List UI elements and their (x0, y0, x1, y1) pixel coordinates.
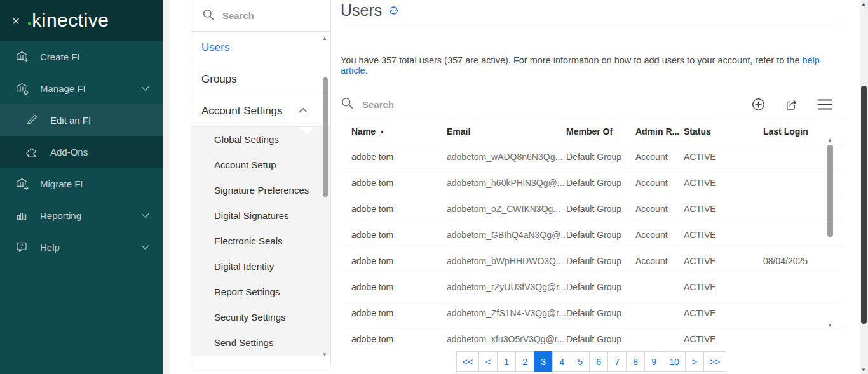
column-header-status[interactable]: Status (684, 126, 763, 137)
page-button-9[interactable]: 9 (644, 351, 663, 372)
sidebar-item-create-fi[interactable]: Create FI (0, 41, 163, 72)
last-page-button[interactable]: >> (703, 351, 726, 372)
page-scrollbar-thumb[interactable] (861, 86, 867, 324)
cell-status: ACTIVE (684, 282, 763, 292)
sidebar-item-edit-an-fi[interactable]: Edit an FI (0, 104, 163, 136)
nav-subitem-send-settings[interactable]: Send Settings (191, 330, 330, 356)
page-button-4[interactable]: 4 (552, 351, 571, 372)
sidebar-item-manage-fi[interactable]: Manage FI (0, 72, 163, 104)
cell-status: ACTIVE (684, 178, 763, 188)
nav-subitem-digital-signatures[interactable]: Digital Signatures (191, 203, 330, 229)
cell-status: ACTIVE (684, 230, 763, 240)
nav-panel-list: UsersGroupsAccount Settings (191, 32, 330, 127)
table-search-input[interactable] (362, 99, 751, 110)
cell-name: adobe tom (351, 178, 447, 188)
table-row[interactable]: adobe tomadobetom_wADQ8n6N3Qg...Default … (341, 144, 843, 170)
page-button-8[interactable]: 8 (626, 351, 645, 372)
page-button-2[interactable]: 2 (515, 351, 534, 372)
logo-text: kinective (32, 10, 109, 30)
cell-name: adobe tom (351, 152, 447, 162)
table-header: Name▲EmailMember OfAdmin R...StatusLast … (341, 119, 843, 144)
first-page-button[interactable]: << (456, 351, 479, 372)
panel-search-input[interactable] (222, 10, 305, 21)
table-scrollbar-thumb[interactable] (827, 145, 833, 237)
page-button-3[interactable]: 3 (534, 351, 553, 372)
sidebar-item-label: Add-Ons (50, 147, 88, 157)
cell-status: ACTIVE (684, 308, 763, 318)
panel-scrollbar-thumb[interactable] (323, 77, 328, 197)
close-icon[interactable]: × (12, 14, 20, 27)
cell-member-of: Default Group (566, 308, 635, 318)
pencil-icon (24, 112, 39, 128)
table-row[interactable]: adobe tomadobetom_oZ_CWIKN3Qg...Default … (341, 196, 843, 222)
page-button-10[interactable]: 10 (663, 351, 686, 372)
sidebar-item-reporting[interactable]: Reporting (0, 199, 163, 231)
nav-subitem-report-settings[interactable]: Report Settings (191, 279, 330, 305)
bank-plus-icon (14, 49, 29, 64)
column-header-label: Last Login (763, 126, 808, 137)
help-bubble-icon: ? (14, 239, 29, 255)
refresh-icon[interactable] (388, 5, 399, 16)
table-row[interactable]: adobe tomadobetom_GBIhQ4aN3Qg@...Default… (341, 222, 843, 248)
prev-page-button[interactable]: < (478, 351, 498, 372)
nav-item-account-settings[interactable]: Account Settings (191, 95, 330, 127)
table-scroll-up-arrow[interactable]: ▲ (827, 137, 832, 143)
cell-member-of: Default Group (566, 178, 635, 188)
column-header-label: Status (684, 126, 711, 137)
table-scroll-down-arrow[interactable]: ▼ (827, 323, 832, 328)
page-button-7[interactable]: 7 (607, 351, 627, 372)
table-row[interactable]: adobe tomadobetom_ZfS1N4-V3Qg@r...Defaul… (341, 300, 843, 326)
table-row[interactable]: adobe tomadobetom_h60kPHiN3Qg@...Default… (341, 170, 843, 196)
sidebar: × kinective Create FIManage FIEdit an FI… (0, 0, 163, 374)
nav-subitem-electronic-seals[interactable]: Electronic Seals (191, 229, 330, 254)
puzzle-icon (24, 144, 39, 159)
chevron-down-icon (141, 213, 149, 218)
nav-subitem-account-setup[interactable]: Account Setup (191, 152, 330, 178)
cell-member-of: Default Group (566, 256, 635, 266)
nav-subitem-signature-preferences[interactable]: Signature Preferences (191, 178, 330, 203)
column-header-label: Email (447, 126, 470, 137)
table-row[interactable]: adobe tomadobetom_xfu3O5rV3Qg@r...Defaul… (341, 326, 843, 344)
cell-admin-roles: Account (635, 230, 684, 240)
cell-last-login: 08/04/2025 (763, 256, 843, 266)
column-header-admin-r[interactable]: Admin R... (635, 126, 684, 137)
nav-item-label: Groups (201, 73, 237, 86)
middle-scrollbar-track[interactable] (163, 0, 170, 374)
submenu-notch (299, 127, 315, 135)
sidebar-item-add-ons[interactable]: Add-Ons (0, 136, 163, 168)
nav-item-label: Account Settings (201, 105, 283, 117)
page-button-5[interactable]: 5 (571, 351, 590, 372)
column-header-name[interactable]: Name▲ (351, 126, 447, 137)
page-button-6[interactable]: 6 (589, 351, 608, 372)
nav-item-users[interactable]: Users (191, 32, 330, 63)
sidebar-item-label: Migrate FI (40, 178, 83, 189)
nav-subitem-security-settings[interactable]: Security Settings (191, 305, 330, 330)
add-user-button[interactable] (751, 97, 766, 112)
page-scrollbar-track[interactable]: ▲ ▼ (860, 0, 868, 374)
settings-nav-panel: UsersGroupsAccount Settings Global Setti… (191, 0, 331, 366)
page-scroll-down-arrow[interactable]: ▼ (861, 367, 866, 373)
sidebar-item-migrate-fi[interactable]: Migrate FI (0, 168, 163, 199)
menu-icon[interactable] (817, 99, 832, 110)
column-header-email[interactable]: Email (447, 126, 566, 137)
panel-scroll-up-arrow[interactable]: ▲ (322, 36, 327, 41)
panel-scroll-down-arrow[interactable]: ▼ (322, 352, 327, 357)
page-button-1[interactable]: 1 (497, 351, 516, 372)
kinective-logo: kinective (28, 10, 109, 31)
nav-subitem-digital-identity[interactable]: Digital Identity (191, 254, 330, 279)
column-header-member-of[interactable]: Member Of (566, 126, 635, 137)
table-row[interactable]: adobe tomadobetom_rZyUU3fV3Qg@r...Defaul… (341, 274, 843, 300)
nav-item-groups[interactable]: Groups (191, 63, 330, 95)
page-title: Users (341, 1, 382, 20)
cell-admin-roles: Account (635, 152, 684, 162)
export-icon[interactable] (784, 97, 799, 112)
main-content: Users You have 357 total users (357 are … (341, 0, 843, 372)
table-row[interactable]: adobe tomadobetom_bWpHHDWO3Q...Default G… (341, 248, 843, 274)
page-scroll-up-arrow[interactable]: ▲ (861, 1, 866, 7)
cell-email: adobetom_xfu3O5rV3Qg@r... (447, 334, 566, 344)
next-page-button[interactable]: > (685, 351, 704, 372)
column-header-last-login[interactable]: Last Login (763, 126, 843, 137)
sidebar-item-help[interactable]: ?Help (0, 231, 163, 263)
sidebar-item-label: Manage FI (40, 83, 86, 94)
cell-email: adobetom_wADQ8n6N3Qg... (447, 152, 566, 162)
